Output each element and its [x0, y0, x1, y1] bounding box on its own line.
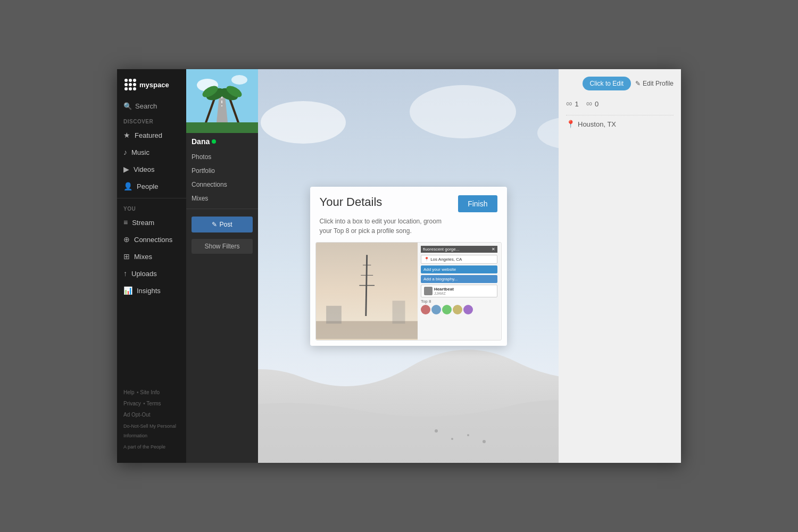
search-bar[interactable]: 🔍 Search	[117, 98, 186, 114]
mixes-icon: ⊞	[123, 252, 130, 261]
sidebar-item-connections[interactable]: ⊕ Connections	[117, 231, 186, 248]
sidebar-item-label: Mixes	[134, 253, 152, 261]
ad-opt-out-link[interactable]: Ad Opt-Out	[123, 412, 151, 418]
sidebar-item-label: Connections	[134, 236, 172, 244]
profile-info: Dana	[186, 133, 258, 150]
sidebar-item-mixes[interactable]: ⊞ Mixes	[117, 248, 186, 265]
top8-avatar-5	[463, 305, 473, 314]
edit-profile-link[interactable]: ✎ Edit Profile	[635, 80, 674, 87]
connections-icon: ⊕	[123, 235, 130, 244]
terms-link[interactable]: Terms	[146, 401, 161, 406]
music-icon: ♪	[123, 148, 127, 156]
sidebar-item-uploads[interactable]: ↑ Uploads	[117, 265, 186, 282]
preview-bio-field[interactable]: Add a biography...	[421, 275, 498, 283]
svg-rect-26	[326, 305, 342, 323]
svg-rect-27	[392, 301, 405, 323]
dialog-overlay: Your Details Finish Click into a box to …	[258, 69, 559, 463]
finish-button[interactable]: Finish	[458, 195, 497, 212]
sidebar-item-stream[interactable]: ≡ Stream	[117, 214, 186, 231]
part-of-link[interactable]: A part of the People	[123, 444, 165, 450]
dialog-subtitle: Click into a box to edit your location, …	[310, 217, 507, 242]
preview-song-icon	[424, 287, 433, 295]
followers-count-item: ∞ 0	[586, 99, 599, 109]
sidebar-item-label: People	[137, 182, 158, 190]
sidebar-item-music[interactable]: ♪ Music	[117, 144, 186, 161]
connections-count-icon: ∞	[566, 99, 572, 109]
location-row: 📍 Houston, TX	[566, 120, 674, 128]
profile-nav: Photos Portfolio Connections Mixes	[186, 150, 258, 205]
you-label: YOU	[117, 202, 186, 214]
preview-close-icon: ✕	[492, 247, 495, 252]
preview-song-section[interactable]: Heartbeat JJAMZ	[421, 285, 498, 297]
content-area: Your Details Finish Click into a box to …	[258, 69, 559, 463]
sidebar-item-label: Insights	[137, 287, 161, 295]
preview-top8	[421, 305, 498, 314]
preview-title-bar: fluorescent gorge... ✕	[421, 246, 498, 253]
people-icon: 👤	[123, 182, 132, 190]
online-indicator	[212, 139, 216, 144]
preview-website-field[interactable]: Add your website	[421, 265, 498, 273]
sidebar-item-label: Stream	[132, 219, 154, 227]
video-icon: ▶	[123, 165, 129, 173]
sidebar-item-label: Uploads	[131, 270, 157, 278]
logo-icon	[124, 79, 136, 90]
discover-label: DISCOVER	[117, 114, 186, 127]
location-text: Houston, TX	[578, 120, 616, 128]
profile-nav-mixes[interactable]: Mixes	[186, 192, 258, 205]
sidebar-item-videos[interactable]: ▶ Videos	[117, 161, 186, 178]
footer-links: Help • Site Info Privacy • Terms Ad Opt-…	[117, 381, 186, 458]
sidebar-item-people[interactable]: 👤 People	[117, 178, 186, 195]
sidebar-item-label: Featured	[135, 131, 162, 139]
pencil-icon: ✎	[635, 80, 641, 87]
top8-avatar-3	[442, 305, 452, 314]
post-button[interactable]: ✎ Post	[192, 217, 253, 232]
privacy-link[interactable]: Privacy	[123, 401, 141, 406]
dialog-preview: fluorescent gorge... ✕ 📍 Los Angeles, CA…	[315, 242, 502, 340]
uploads-icon: ↑	[123, 269, 127, 278]
help-link[interactable]: Help	[123, 389, 135, 395]
top8-avatar-2	[431, 305, 441, 314]
sidebar-item-featured[interactable]: ★ Featured	[117, 127, 186, 144]
top8-avatar-4	[453, 305, 462, 314]
profile-nav-connections[interactable]: Connections	[186, 178, 258, 192]
svg-point-2	[231, 75, 247, 85]
search-icon: 🔍	[123, 102, 132, 110]
cover-photo	[186, 69, 258, 133]
logo-text: myspace	[139, 81, 169, 89]
divider	[566, 115, 674, 115]
show-filters-button[interactable]: Show Filters	[192, 239, 253, 254]
dialog-header: Your Details Finish	[310, 187, 507, 217]
search-label: Search	[135, 102, 157, 110]
profile-panel: Dana Photos Portfolio Connections Mixes …	[186, 69, 258, 463]
click-to-edit-button[interactable]: Click to Edit	[583, 77, 631, 90]
preview-location-field[interactable]: 📍 Los Angeles, CA	[421, 255, 498, 264]
top8-avatar-1	[421, 305, 430, 314]
connections-row: ∞ 1 ∞ 0	[566, 99, 674, 109]
preview-form-right: fluorescent gorge... ✕ 📍 Los Angeles, CA…	[418, 243, 501, 340]
connections-count-item: ∞ 1	[566, 99, 579, 109]
svg-rect-25	[316, 321, 418, 338]
preview-song-info: Heartbeat JJAMZ	[434, 287, 454, 295]
featured-icon: ★	[123, 131, 130, 139]
profile-cover	[186, 69, 258, 133]
edit-bar: Click to Edit ✎ Edit Profile	[566, 77, 674, 90]
profile-name: Dana	[192, 137, 253, 146]
profile-nav-photos[interactable]: Photos	[186, 150, 258, 164]
preview-top8-label: Top 8	[421, 299, 498, 304]
stream-icon: ≡	[123, 218, 128, 227]
do-not-sell-link[interactable]: Do-Not-Sell My Personal Information	[123, 423, 176, 438]
profile-nav-portfolio[interactable]: Portfolio	[186, 164, 258, 178]
svg-rect-11	[186, 122, 258, 133]
location-pin-icon: 📍	[566, 120, 575, 128]
post-icon: ✎	[212, 221, 217, 228]
sidebar: myspace 🔍 Search DISCOVER ★ Featured ♪ M…	[117, 69, 186, 463]
site-info-link[interactable]: Site Info	[140, 389, 160, 395]
followers-count-icon: ∞	[586, 99, 592, 109]
logo[interactable]: myspace	[117, 69, 186, 98]
sidebar-item-label: Music	[131, 148, 149, 156]
sidebar-item-insights[interactable]: 📊 Insights	[117, 282, 186, 299]
your-details-dialog: Your Details Finish Click into a box to …	[310, 187, 507, 346]
insights-icon: 📊	[123, 286, 132, 295]
dialog-title: Your Details	[320, 195, 383, 209]
right-panel: Click to Edit ✎ Edit Profile ∞ 1 ∞ 0	[559, 69, 681, 463]
